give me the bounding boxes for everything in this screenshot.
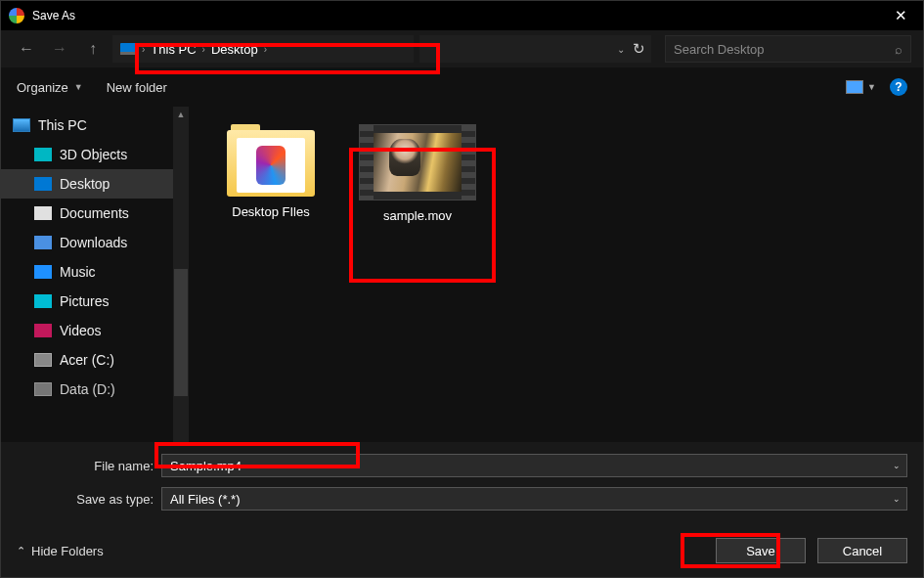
- sidebar: This PC 3D Objects Desktop Documents Dow…: [1, 107, 189, 442]
- drive-icon: [34, 353, 52, 367]
- sidebar-item-label: Acer (C:): [60, 352, 114, 368]
- annotation-highlight: [349, 148, 496, 283]
- file-label: Desktop FIles: [232, 204, 309, 219]
- refresh-icon[interactable]: ↻: [633, 40, 645, 58]
- picture-icon: [34, 294, 52, 308]
- download-icon: [34, 236, 52, 249]
- chevron-up-icon: ⌃: [17, 545, 25, 557]
- caret-down-icon: ▼: [867, 82, 876, 92]
- sidebar-root-thispc[interactable]: This PC: [1, 111, 173, 140]
- save-as-dialog: Save As ✕ ← → ↑ › This PC › Desktop › ⌄ …: [0, 0, 924, 578]
- folder-item-desktopfiles[interactable]: Desktop FIles: [212, 124, 330, 219]
- help-button[interactable]: ?: [890, 78, 907, 96]
- file-pane[interactable]: Desktop FIles sample.mov: [189, 107, 923, 442]
- close-button[interactable]: ✕: [879, 1, 923, 30]
- pc-icon: [120, 43, 136, 55]
- search-input[interactable]: Search Desktop ⌕: [665, 35, 911, 63]
- form-area: File name: Sample.mp4 ⌄ Save as type: Al…: [1, 442, 923, 530]
- cube-icon: [34, 148, 52, 161]
- annotation-highlight: [681, 533, 780, 568]
- sidebar-item-label: Data (D:): [60, 381, 115, 397]
- sidebar-item-label: 3D Objects: [60, 147, 127, 162]
- dropdown-icon[interactable]: ⌄: [893, 494, 901, 504]
- titlebar: Save As ✕: [1, 1, 923, 30]
- forward-button[interactable]: →: [46, 35, 73, 63]
- filename-label: File name:: [17, 459, 161, 473]
- app-icon: [9, 8, 24, 23]
- cancel-button[interactable]: Cancel: [817, 538, 907, 563]
- sidebar-root-label: This PC: [38, 117, 87, 133]
- sidebar-item-label: Documents: [60, 205, 129, 221]
- sidebar-item-music[interactable]: Music: [1, 257, 173, 287]
- sidebar-item-3dobjects[interactable]: 3D Objects: [1, 140, 173, 169]
- sidebar-item-documents[interactable]: Documents: [1, 199, 173, 228]
- pc-icon: [13, 118, 30, 132]
- up-button[interactable]: ↑: [79, 35, 107, 63]
- sidebar-scrollbar[interactable]: ▲: [173, 107, 189, 442]
- annotation-highlight: [135, 43, 440, 74]
- footer: ⌃ Hide Folders Save Cancel: [1, 530, 923, 577]
- scroll-thumb[interactable]: [174, 269, 188, 396]
- sidebar-item-label: Videos: [60, 323, 102, 338]
- hide-folders-label: Hide Folders: [31, 544, 104, 558]
- sidebar-item-label: Desktop: [60, 176, 110, 192]
- document-icon: [34, 206, 52, 220]
- caret-down-icon: ▼: [74, 82, 83, 92]
- hide-folders-button[interactable]: ⌃ Hide Folders: [17, 544, 104, 558]
- search-placeholder: Search Desktop: [674, 42, 765, 57]
- organize-label: Organize: [17, 80, 68, 95]
- search-icon: ⌕: [895, 42, 902, 57]
- back-button[interactable]: ←: [13, 35, 40, 63]
- sidebar-item-downloads[interactable]: Downloads: [1, 228, 173, 257]
- video-icon: [34, 324, 52, 337]
- filetype-label: Save as type:: [17, 492, 161, 507]
- window-title: Save As: [32, 9, 75, 22]
- history-dropdown-icon[interactable]: ⌄: [617, 44, 625, 55]
- filetype-value: All Files (*.*): [170, 492, 241, 507]
- drive-icon: [34, 382, 52, 396]
- view-button[interactable]: ▼: [846, 80, 876, 94]
- sidebar-item-drive-d[interactable]: Data (D:): [1, 375, 173, 404]
- view-icon: [846, 80, 863, 94]
- sidebar-item-drive-c[interactable]: Acer (C:): [1, 345, 173, 375]
- address-tail: ⌄ ↻: [419, 35, 651, 63]
- folder-icon: [227, 124, 315, 197]
- organize-menu[interactable]: Organize ▼: [17, 80, 83, 95]
- desktop-icon: [34, 177, 52, 191]
- sidebar-item-pictures[interactable]: Pictures: [1, 287, 173, 316]
- dropdown-icon[interactable]: ⌄: [893, 461, 901, 470]
- new-folder-button[interactable]: New folder: [107, 80, 167, 95]
- sidebar-item-videos[interactable]: Videos: [1, 316, 173, 345]
- sidebar-item-label: Downloads: [60, 235, 127, 250]
- scroll-up-icon[interactable]: ▲: [173, 107, 189, 122]
- sidebar-item-desktop[interactable]: Desktop: [1, 169, 173, 199]
- filetype-select[interactable]: All Files (*.*) ⌄: [161, 487, 907, 511]
- sidebar-item-label: Music: [60, 264, 96, 280]
- annotation-highlight: [154, 442, 360, 468]
- music-icon: [34, 265, 52, 279]
- sidebar-item-label: Pictures: [60, 293, 110, 309]
